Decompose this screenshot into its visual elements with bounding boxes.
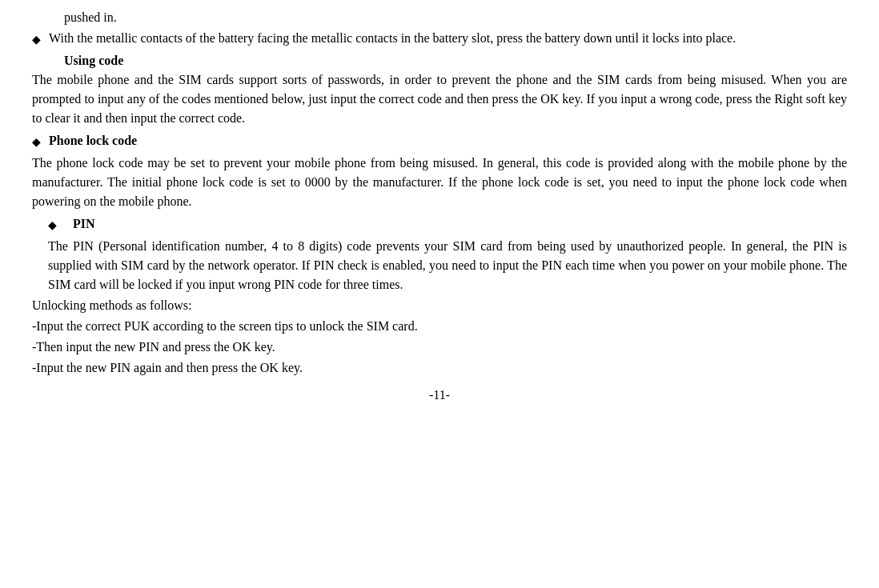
bullet-battery-text: With the metallic contacts of the batter… [49,29,847,48]
bullet-diamond-pin-icon: ◆ [48,217,57,234]
phone-lock-heading: Phone lock code [49,131,847,150]
pushed-in-line: pushed in. [64,8,847,27]
unlocking-line2: -Input the correct PUK according to the … [32,317,847,336]
page-container: pushed in. ◆ With the metallic contacts … [0,0,879,588]
bullet-item-battery: ◆ With the metallic contacts of the batt… [32,29,847,48]
phone-lock-body: The phone lock code may be set to preven… [32,154,847,211]
phone-lock-heading-text: Phone lock code [49,134,137,147]
unlocking-line4: -Input the new PIN again and then press … [32,358,847,378]
bullet-diamond-phone-lock-icon: ◆ [32,134,41,150]
bullet-diamond-icon: ◆ [32,31,41,48]
unlocking-line3: -Then input the new PIN and press the OK… [32,338,847,357]
bullet-item-pin: ◆ PIN [32,214,847,234]
pin-body: The PIN (Personal identification number,… [48,237,847,294]
pin-heading: PIN [73,214,847,234]
unlocking-line1: Unlocking methods as follows: [32,296,847,315]
bullet-item-phone-lock: ◆ Phone lock code [32,131,847,150]
using-code-body: The mobile phone and the SIM cards suppo… [32,70,847,128]
pin-heading-text: PIN [73,217,95,230]
using-code-heading: Using code [64,51,847,70]
page-number: -11- [32,386,847,405]
